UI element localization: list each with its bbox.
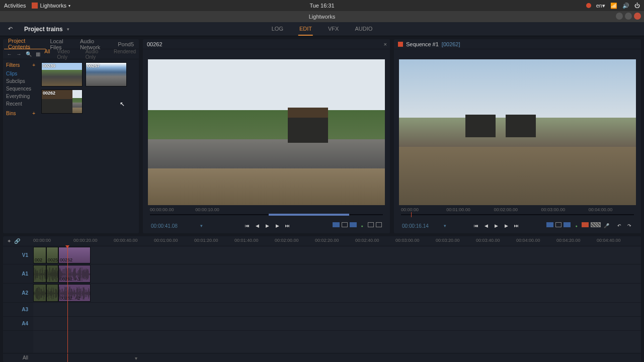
timeline-clip[interactable]: [33, 284, 46, 302]
goto-start-button[interactable]: ⏮: [473, 222, 480, 229]
play-button[interactable]: ▶: [493, 222, 500, 229]
snap-icon[interactable]: ✦: [6, 238, 12, 244]
timeline-clip[interactable]: 0025: [46, 247, 58, 263]
nav-fwd-icon[interactable]: →: [16, 51, 22, 58]
window-maximize-button[interactable]: [625, 13, 632, 20]
tab-audio[interactable]: AUDIO: [354, 23, 373, 36]
filter-audio-only[interactable]: Audio Only: [86, 49, 107, 60]
step-back-button[interactable]: ◀: [254, 222, 261, 229]
filter-all[interactable]: All: [44, 49, 50, 60]
mark-out-button[interactable]: [564, 222, 571, 227]
clip-thumb[interactable]: 00262: [41, 89, 83, 114]
track-label-all[interactable]: All: [3, 353, 33, 362]
window-close-button[interactable]: [634, 13, 641, 20]
window-minimize-button[interactable]: [616, 13, 623, 20]
timeline-clip[interactable]: 00262: [58, 247, 91, 263]
sidebar-item-clips[interactable]: Clips: [6, 70, 35, 77]
bins-header: Bins: [6, 111, 16, 116]
timeline-clip[interactable]: 002: [33, 247, 46, 263]
goto-start-button[interactable]: ⏮: [244, 222, 251, 229]
timeline-clip[interactable]: 00262. A1: [58, 265, 91, 283]
remove-mark-button[interactable]: [342, 222, 348, 227]
ruler-tick: 00:01:00.00: [446, 207, 470, 212]
timeline-clip[interactable]: [33, 265, 46, 283]
source-viewer-screen[interactable]: [148, 59, 385, 205]
clip-thumb[interactable]: 00257: [86, 62, 127, 86]
timeline-clip[interactable]: 00262. A2: [58, 284, 91, 302]
system-top-bar: Activities Lightworks ▾ Tue 16:31 en▾ 📶 …: [0, 0, 644, 11]
power-icon[interactable]: ⏻: [634, 3, 640, 9]
ruler-tick: 00:00:10.00: [195, 207, 219, 212]
tab-edit[interactable]: EDIT: [298, 23, 313, 36]
tab-audio-network[interactable]: Audio Network: [76, 39, 114, 49]
back-button[interactable]: ↶: [5, 24, 15, 34]
clip-label: 0025: [48, 257, 58, 262]
system-clock[interactable]: Tue 16:31: [309, 3, 334, 9]
sequence-scrub-bar[interactable]: 00:00:00 00:01:00.00 00:02:00.00 00:03:0…: [399, 207, 636, 220]
step-back-button[interactable]: ◀: [483, 222, 490, 229]
ruler-tick: 00:03:00.00: [541, 207, 566, 212]
sequence-clip-ref: [00262]: [442, 41, 460, 47]
sequence-viewer-screen[interactable]: [399, 59, 636, 205]
filter-video-only[interactable]: Video Only: [57, 49, 78, 60]
sidebar-item-everything[interactable]: Everything: [6, 93, 35, 100]
lang-indicator[interactable]: en▾: [596, 3, 605, 9]
tab-log[interactable]: LOG: [271, 23, 284, 36]
goto-end-button[interactable]: ⏭: [513, 222, 520, 229]
track-label-a1[interactable]: A1: [3, 264, 33, 284]
tab-vfx[interactable]: VFX: [327, 23, 340, 36]
add-bin-icon[interactable]: +: [32, 111, 35, 116]
timeline-clip[interactable]: [46, 284, 58, 302]
cue-marker-icon[interactable]: ⬥: [359, 222, 366, 229]
tab-project-contents[interactable]: Project Contents: [4, 39, 46, 49]
network-icon[interactable]: 📶: [610, 3, 617, 9]
insert-button[interactable]: [368, 222, 374, 227]
cue-marker-icon[interactable]: ⬥: [573, 222, 580, 229]
remove-button[interactable]: [582, 222, 589, 227]
filter-rendered[interactable]: Rendered: [114, 49, 136, 60]
sidebar-item-subclips[interactable]: Subclips: [6, 77, 35, 85]
track-label-a3[interactable]: A3: [3, 303, 33, 317]
timeline-ruler[interactable]: 00:00:0000:00:20.0000:00:40.0000:01:00.0…: [33, 236, 641, 246]
volume-icon[interactable]: 🔊: [622, 3, 629, 9]
search-icon[interactable]: 🔍: [25, 51, 32, 58]
track-label-a4[interactable]: A4: [3, 317, 33, 331]
app-menu[interactable]: Lightworks ▾: [32, 3, 70, 9]
mic-icon[interactable]: 🎤: [603, 222, 610, 229]
mark-in-button[interactable]: [333, 222, 340, 227]
timeline-clip[interactable]: [46, 265, 58, 283]
redo-button[interactable]: ↷: [626, 222, 633, 229]
link-icon[interactable]: 🔗: [14, 238, 20, 244]
play-button[interactable]: ▶: [264, 222, 271, 229]
track-label-a2[interactable]: A2: [3, 284, 33, 303]
project-menu-chevron-icon[interactable]: ▾: [67, 27, 69, 32]
source-scrub-bar[interactable]: 00:00:00.00 00:00:10.00: [148, 207, 385, 220]
activities-button[interactable]: Activities: [4, 3, 26, 9]
timeline-tick: 00:01:20.00: [194, 238, 218, 243]
track-label-v1[interactable]: V1: [3, 246, 33, 264]
sidebar-item-sequences[interactable]: Sequences: [6, 85, 35, 93]
step-fwd-button[interactable]: ▶: [274, 222, 281, 229]
timeline-track-area[interactable]: 002002500262 00262. A1 00262. A2: [33, 246, 641, 353]
tile-view-icon[interactable]: ▦: [35, 51, 41, 58]
clip-thumb[interactable]: 00239: [41, 62, 83, 86]
remove-mark-button[interactable]: [555, 222, 561, 227]
close-source-button[interactable]: ×: [384, 41, 387, 47]
mark-in-button[interactable]: [546, 222, 553, 227]
mark-out-button[interactable]: [350, 222, 357, 227]
overwrite-button[interactable]: [376, 222, 382, 227]
add-filter-icon[interactable]: +: [32, 62, 35, 68]
delete-button[interactable]: [591, 222, 601, 227]
sidebar-item-recent[interactable]: Recent: [6, 100, 35, 108]
step-fwd-button[interactable]: ▶: [503, 222, 510, 229]
undo-button[interactable]: ↶: [616, 222, 623, 229]
timeline-tick: 00:00:00: [33, 238, 51, 243]
timeline-tick: 00:04:00.00: [516, 238, 540, 243]
ruler-tick: 00:00:00.00: [150, 207, 174, 220]
project-name[interactable]: Project trains: [24, 26, 63, 33]
goto-end-button[interactable]: ⏭: [284, 222, 291, 229]
playhead[interactable]: [67, 246, 68, 353]
tab-local-files[interactable]: Local Files: [46, 39, 76, 49]
nav-back-icon[interactable]: ←: [6, 51, 13, 58]
tab-pond5[interactable]: Pond5: [114, 39, 138, 49]
